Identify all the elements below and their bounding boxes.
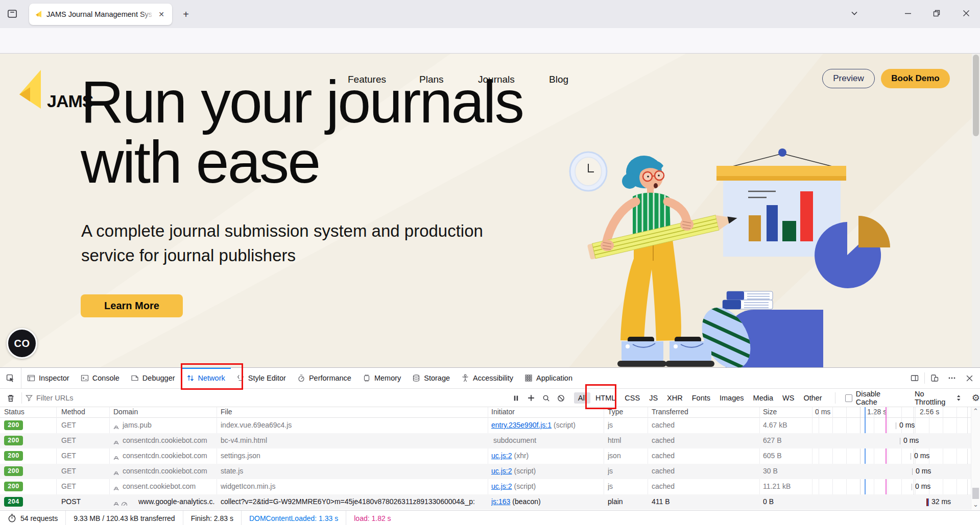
initiator-link[interactable]: entry.235e990f.js:1 bbox=[491, 421, 552, 429]
request-domain: www.google-analytics.c... bbox=[113, 497, 214, 506]
column-header-file[interactable]: File bbox=[221, 408, 232, 416]
status-badge: 200 bbox=[4, 420, 23, 430]
devtools-toolbar: InspectorConsoleDebuggerNetworkStyle Edi… bbox=[0, 368, 980, 389]
type-filter-other[interactable]: Other bbox=[799, 392, 826, 404]
devtools-tab-performance[interactable]: Performance bbox=[292, 368, 357, 388]
waterfall-time: 0 ms bbox=[899, 421, 915, 429]
stopwatch-icon[interactable] bbox=[8, 514, 16, 522]
search-icon[interactable] bbox=[540, 391, 552, 405]
request-size: 30 B bbox=[763, 467, 810, 475]
scroll-up-icon[interactable]: ⌃ bbox=[973, 407, 978, 415]
type-filter-xhr[interactable]: XHR bbox=[663, 392, 687, 404]
request-transferred: 411 B bbox=[652, 497, 757, 506]
add-request-icon[interactable] bbox=[524, 391, 537, 405]
tab-close-icon[interactable]: ✕ bbox=[156, 9, 167, 20]
responsive-design-mode-icon[interactable] bbox=[927, 370, 942, 386]
disable-cache-checkbox[interactable] bbox=[845, 394, 852, 402]
column-header-transferred[interactable]: Transferred bbox=[652, 408, 688, 416]
devtools-tab-console[interactable]: Console bbox=[75, 368, 125, 388]
disable-cache-control[interactable]: Disable Cache bbox=[845, 390, 901, 406]
request-type: js bbox=[608, 421, 646, 429]
column-header-method[interactable]: Method bbox=[61, 408, 85, 416]
type-filter-ws[interactable]: WS bbox=[778, 392, 798, 404]
table-scrollbar[interactable]: ⌃ ⌄ bbox=[971, 407, 980, 510]
devtools-tab-network[interactable]: Network bbox=[181, 368, 231, 388]
disable-cache-label: Disable Cache bbox=[856, 390, 901, 406]
clear-requests-icon[interactable] bbox=[3, 391, 18, 405]
request-row[interactable]: 200GETconsent.cookiebot.comwidgetIcon.mi… bbox=[0, 479, 980, 494]
devtools-tab-storage[interactable]: Storage bbox=[407, 368, 456, 388]
book-demo-button[interactable]: Book Demo bbox=[881, 69, 950, 88]
select-updown-icon bbox=[957, 394, 961, 402]
devtools-tab-style-editor[interactable]: Style Editor bbox=[231, 368, 292, 388]
type-filter-images[interactable]: Images bbox=[715, 392, 748, 404]
tab-title: JAMS Journal Management Syst bbox=[46, 10, 152, 18]
type-filter-fonts[interactable]: Fonts bbox=[688, 392, 714, 404]
status-badge: 200 bbox=[4, 466, 23, 476]
type-filter-html[interactable]: HTML bbox=[591, 392, 619, 404]
initiator-link[interactable]: uc.js:2 bbox=[491, 467, 512, 475]
network-settings-gear-icon[interactable]: ⚙ bbox=[972, 392, 980, 404]
devtools-tab-memory[interactable]: Memory bbox=[357, 368, 407, 388]
column-header-size[interactable]: Size bbox=[763, 408, 777, 416]
funnel-icon bbox=[26, 394, 33, 402]
request-row[interactable]: 200GETconsentcdn.cookiebot.comsettings.j… bbox=[0, 448, 980, 464]
request-row[interactable]: 200GETconsentcdn.cookiebot.combc-v4.min.… bbox=[0, 433, 980, 448]
status-domcontentloaded[interactable]: DOMContentLoaded: 1.33 s bbox=[242, 511, 346, 525]
column-header-domain[interactable]: Domain bbox=[113, 408, 138, 416]
firefox-view-icon[interactable] bbox=[4, 6, 20, 22]
devtools-tab-debugger[interactable]: Debugger bbox=[125, 368, 181, 388]
request-transferred: cached bbox=[652, 482, 757, 490]
tab-list-dropdown-icon[interactable] bbox=[846, 5, 863, 21]
devtools-tab-application[interactable]: Application bbox=[519, 368, 578, 388]
type-filter-css[interactable]: CSS bbox=[620, 392, 644, 404]
initiator-link[interactable]: js:163 bbox=[491, 497, 510, 506]
filter-urls-input[interactable]: Filter URLs bbox=[26, 391, 74, 405]
block-request-icon[interactable] bbox=[555, 391, 567, 405]
cookiebot-widget[interactable]: CO bbox=[7, 328, 37, 359]
split-console-icon[interactable] bbox=[907, 370, 922, 386]
element-picker-icon[interactable] bbox=[0, 368, 21, 388]
pause-requests-icon[interactable] bbox=[510, 391, 522, 405]
request-row[interactable]: 200GETjams.pubindex.vue.69ea69c4.jsentry… bbox=[0, 418, 980, 433]
request-size: 0 B bbox=[763, 497, 810, 506]
initiator-link[interactable]: uc.js:2 bbox=[491, 452, 512, 460]
request-row[interactable]: 200GETconsentcdn.cookiebot.comstate.jsuc… bbox=[0, 464, 980, 479]
lock-icon bbox=[113, 502, 119, 506]
request-transferred: cached bbox=[652, 467, 757, 475]
browser-toolbar: https://jams.pub ☆ bbox=[0, 28, 980, 54]
window-close-button[interactable] bbox=[958, 5, 974, 21]
page-scrollbar-thumb[interactable] bbox=[973, 55, 979, 136]
style-icon bbox=[236, 374, 245, 382]
learn-more-button[interactable]: Learn More bbox=[81, 294, 183, 317]
new-tab-button[interactable]: + bbox=[179, 7, 193, 21]
throttling-select[interactable]: No Throttling bbox=[915, 390, 961, 406]
column-header-type[interactable]: Type bbox=[608, 408, 623, 416]
devtools-close-icon[interactable] bbox=[962, 370, 977, 386]
table-scrollbar-thumb[interactable] bbox=[972, 488, 979, 499]
type-filter-media[interactable]: Media bbox=[749, 392, 778, 404]
request-size: 4.67 kB bbox=[763, 421, 810, 429]
hero-illustration bbox=[556, 140, 929, 368]
waterfall-time: 0 ms bbox=[914, 452, 929, 460]
type-filter-all[interactable]: All bbox=[574, 392, 590, 404]
timeline-tick-label: 1.28 s bbox=[867, 408, 887, 416]
window-restore-button[interactable] bbox=[928, 5, 945, 21]
request-size: 627 B bbox=[763, 436, 810, 444]
initiator-link[interactable]: uc.js:2 bbox=[491, 482, 512, 490]
devtools-tab-accessibility[interactable]: Accessibility bbox=[456, 368, 519, 388]
request-row[interactable]: 204POSTwww.google-analytics.c...collect?… bbox=[0, 494, 980, 510]
nav-link-blog[interactable]: Blog bbox=[549, 74, 568, 85]
column-header-status[interactable]: Status bbox=[4, 408, 25, 416]
page-scrollbar[interactable] bbox=[972, 54, 980, 368]
status-load[interactable]: load: 1.82 s bbox=[346, 511, 398, 525]
scroll-down-icon[interactable]: ⌄ bbox=[973, 501, 978, 508]
request-domain: consentcdn.cookiebot.com bbox=[113, 467, 214, 475]
devtools-meatball-menu-icon[interactable] bbox=[944, 370, 960, 386]
devtools-tab-inspector[interactable]: Inspector bbox=[21, 368, 75, 388]
browser-tab[interactable]: JAMS Journal Management Syst ✕ bbox=[29, 4, 172, 25]
preview-button[interactable]: Preview bbox=[822, 69, 875, 88]
column-header-initiator[interactable]: Initiator bbox=[491, 408, 515, 416]
window-minimize-button[interactable] bbox=[900, 5, 916, 21]
type-filter-js[interactable]: JS bbox=[645, 392, 662, 404]
